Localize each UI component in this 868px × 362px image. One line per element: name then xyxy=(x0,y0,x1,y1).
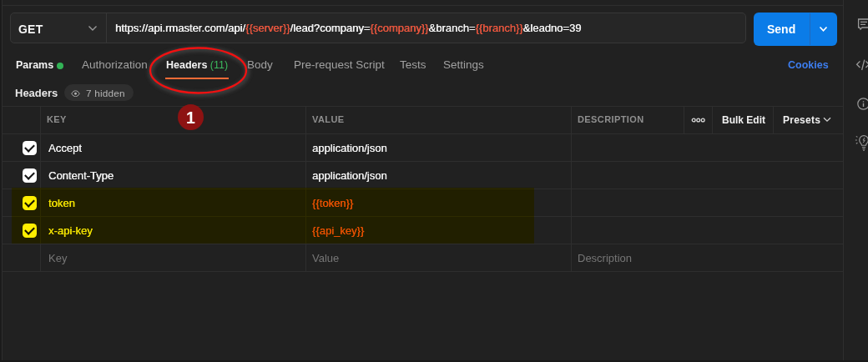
svg-text:1: 1 xyxy=(186,108,195,127)
